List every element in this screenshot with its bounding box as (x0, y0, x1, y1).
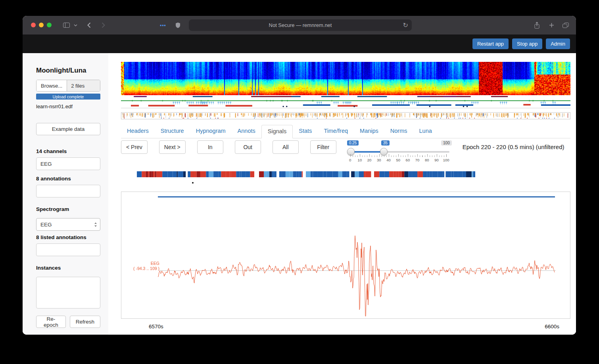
tab-hypnogram[interactable]: Hypnogram (190, 125, 232, 138)
files-count-label: 2 files (67, 80, 100, 91)
signal-channel-label: EEG ( -94.3 .. 109 ) (129, 261, 159, 271)
example-data-button[interactable]: Example data (36, 123, 100, 135)
tab-headers[interactable]: Headers (121, 125, 155, 138)
eeg-signal-plot[interactable] (121, 192, 570, 318)
slider-high-value: 35 (381, 140, 390, 146)
slider-tick-label: 50 (396, 158, 400, 162)
time-axis-labels: 6570s 6600s (121, 319, 570, 330)
slider-tick-labels: 0102030405060708090100 (350, 158, 446, 163)
annotation-dot (192, 182, 194, 184)
spectrogram-channel-select[interactable]: EEG (36, 218, 100, 231)
address-text: Not Secure — remnrem.net (269, 22, 332, 28)
stop-app-button[interactable]: Stop app (512, 38, 542, 49)
slider-tick-label: 80 (425, 158, 429, 162)
select-stepper-icon (94, 222, 97, 227)
slider-range-fill (351, 151, 384, 153)
tabs-icon (563, 23, 569, 28)
browser-window: ••• Not Secure — remnrem.net ↻ Restart a… (23, 16, 576, 335)
annotations-select[interactable] (36, 185, 100, 197)
tab-signals[interactable]: Signals (261, 125, 293, 138)
loaded-filename: learn-nsrr01.edf (36, 103, 100, 109)
next-epoch-button[interactable]: Next > (159, 140, 186, 154)
start-time-label: 6570s (149, 324, 163, 330)
sidebar: Moonlight/Luna Browse... 2 files Upload … (23, 53, 108, 335)
privacy-report-button[interactable] (174, 16, 181, 34)
spectrogram-image[interactable] (121, 62, 570, 95)
tab-luna[interactable]: Luna (413, 125, 438, 138)
address-bar[interactable]: Not Secure — remnrem.net ↻ (189, 19, 412, 31)
annotations-heading: 8 annotations (36, 176, 100, 182)
epoch-hypnogram-band[interactable] (137, 171, 475, 177)
instances-list[interactable] (36, 277, 100, 308)
zoom-out-button[interactable]: Out (235, 140, 261, 154)
sidebar-toggle-button[interactable] (61, 16, 71, 34)
channels-select[interactable]: EEG (36, 157, 100, 170)
reepoch-button[interactable]: Re-epoch (36, 316, 66, 328)
listed-annotations-select[interactable] (36, 243, 100, 256)
upload-progress-bar: Upload complete (36, 94, 100, 100)
slider-tick-label: 100 (443, 158, 449, 162)
tab-manips[interactable]: Manips (354, 125, 384, 138)
spectrogram-heading: Spectrogram (36, 207, 100, 212)
annotation-barcode-panel[interactable] (121, 112, 570, 119)
tab-stats[interactable]: Stats (293, 125, 318, 138)
new-tab-button[interactable] (548, 16, 555, 34)
tab-bar: Headers Structure Hypnogram Annots Signa… (121, 125, 570, 138)
tab-timefreq[interactable]: Time/freq (318, 125, 354, 138)
tab-norms[interactable]: Norms (384, 125, 413, 138)
show-all-button[interactable]: All (273, 140, 299, 154)
admin-button[interactable]: Admin (546, 38, 570, 49)
tab-overview-button[interactable] (562, 16, 569, 34)
minimize-window-button[interactable] (39, 23, 44, 27)
app-header: Restart app Stop app Admin (23, 34, 576, 53)
annotation-barcode (121, 113, 570, 119)
back-button[interactable] (86, 16, 92, 34)
annotation-tracks[interactable] (121, 96, 570, 111)
signal-range-text: ( -94.3 .. 109 ) (129, 266, 159, 271)
slider-tick-label: 70 (415, 158, 420, 162)
shield-icon (175, 22, 180, 28)
browse-button[interactable]: Browse... (36, 80, 67, 91)
forward-button[interactable] (100, 16, 106, 34)
slider-tick-label: 30 (377, 158, 381, 162)
tab-structure[interactable]: Structure (155, 125, 190, 138)
slider-tick-label: 10 (358, 158, 362, 162)
spectrogram-selected-value: EEG (40, 222, 52, 228)
channel-selected-value: EEG (40, 161, 52, 167)
window-controls (31, 23, 52, 27)
chevron-down-icon (74, 24, 77, 27)
slider-tick-label: 90 (434, 158, 439, 162)
prev-epoch-button[interactable]: < Prev (121, 140, 148, 154)
main-content: Headers Structure Hypnogram Annots Signa… (108, 53, 576, 335)
slider-tick-label: 0 (349, 158, 351, 162)
slider-ruler-minor-ticks (350, 155, 446, 157)
upload-status-text: Upload complete (53, 94, 84, 99)
signal-plot-panel: EEG ( -94.3 .. 109 ) (121, 192, 570, 319)
sidebar-chevron-button[interactable] (73, 16, 78, 34)
restart-app-button[interactable]: Restart app (472, 38, 509, 49)
channels-heading: 14 channels (36, 149, 100, 154)
frequency-range-slider: 0.25 35 100 0102030405060708090100 (348, 140, 449, 163)
share-icon (534, 22, 540, 29)
app-title: Moonlight/Luna (36, 67, 100, 75)
instances-heading: Instances (36, 265, 100, 271)
slider-tick-label: 20 (367, 158, 372, 162)
share-button[interactable] (533, 16, 540, 34)
zoom-window-button[interactable] (47, 23, 52, 27)
zoom-in-button[interactable]: In (197, 140, 223, 154)
file-upload-control: Browse... 2 files (36, 80, 100, 92)
reload-button[interactable]: ↻ (403, 21, 408, 29)
signal-channel-name: EEG (129, 261, 159, 266)
forward-arrow-icon (102, 22, 105, 28)
epoch-controls: < Prev Next > In Out All Filter 0.25 35 … (121, 140, 570, 163)
browser-toolbar: ••• Not Secure — remnrem.net ↻ (23, 16, 576, 34)
slider-low-value: 0.25 (347, 140, 359, 146)
slider-max-value: 100 (441, 140, 452, 146)
end-time-label: 6600s (545, 324, 559, 330)
refresh-button[interactable]: Refresh (70, 316, 100, 328)
back-arrow-icon (87, 22, 91, 28)
extensions-button[interactable]: ••• (159, 16, 167, 34)
tab-annots[interactable]: Annots (232, 125, 261, 138)
filter-button[interactable]: Filter (310, 140, 336, 154)
close-window-button[interactable] (31, 23, 36, 27)
